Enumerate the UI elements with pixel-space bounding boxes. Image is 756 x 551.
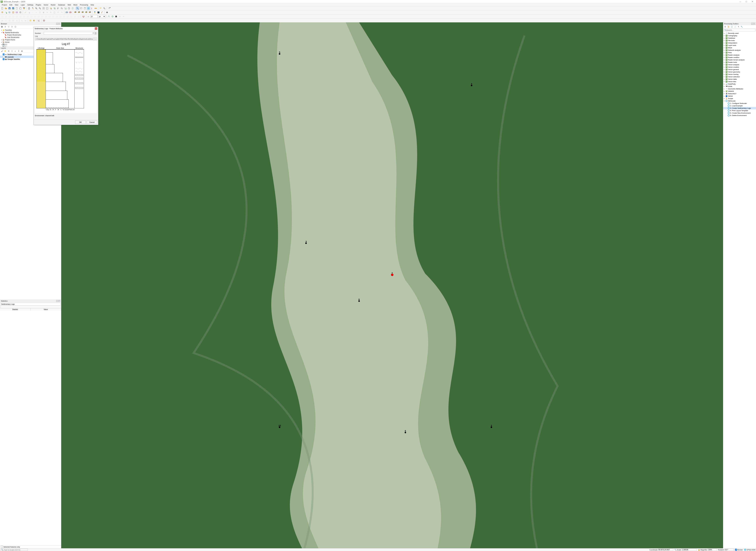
snapping-button[interactable] (82, 15, 85, 18)
menu-help[interactable]: Help (89, 4, 95, 6)
digitize-5-button[interactable]: ⬚ (15, 15, 18, 18)
expand-icon[interactable]: ▸ (724, 54, 725, 56)
toolbox-results-button[interactable]: 📄 (734, 25, 737, 28)
toolbox-group[interactable]: ▸🕸NetworkGT (723, 92, 756, 95)
style-manager-button[interactable] (22, 7, 26, 10)
window-close-button[interactable]: ✕ (749, 0, 755, 3)
menu-mesh[interactable]: Mesh (72, 4, 79, 6)
expand-icon[interactable]: ▸ (724, 90, 725, 92)
digitize-18-button[interactable]: ⬚ (62, 15, 66, 18)
save-edits-button[interactable] (27, 11, 31, 14)
toolbox-algorithm[interactable]: 2. Load Example (723, 104, 756, 107)
expand-icon[interactable]: ▸ (724, 81, 725, 82)
log-path-input[interactable] (35, 38, 93, 40)
layers-expression-button[interactable]: ε (14, 50, 17, 52)
networkgt-4-button[interactable]: ✕ (118, 15, 121, 18)
new-memory-layer-button[interactable] (19, 11, 22, 14)
label-tool-5-button[interactable]: abc (88, 11, 91, 14)
stats-layer-select[interactable]: Sedimentary Logs (0, 303, 61, 306)
node-tool-button[interactable]: ⬡ (38, 11, 42, 14)
expand-icon[interactable]: ▸ (724, 74, 725, 75)
dataplotly-button[interactable] (37, 19, 41, 22)
rot-input[interactable] (725, 549, 734, 551)
digitize-20-button[interactable]: ⬚ (69, 15, 73, 18)
locator-input[interactable]: 🔍 Type to locate (Ctrl+K) (1, 549, 28, 551)
tool-ann-1[interactable]: ↘ (20, 19, 23, 22)
menu-view[interactable]: View (13, 4, 19, 6)
browser-filter-button[interactable]: ▽ (7, 25, 10, 28)
stats-field-select[interactable] (0, 306, 61, 308)
field-calculator-button[interactable] (83, 7, 86, 10)
delete-feature-button[interactable]: 🗑 (42, 11, 45, 14)
digitize-14-button[interactable]: ⬚ (48, 15, 51, 18)
toolbox-group[interactable]: ▸Mesh (723, 47, 756, 49)
toolbox-group[interactable]: ▸Plots (723, 51, 756, 54)
annotation-button[interactable] (103, 7, 106, 10)
digitize-15-button[interactable]: ⬚ (51, 15, 55, 18)
browser-refresh-button[interactable]: ⟳ (4, 25, 7, 28)
compass-button[interactable] (42, 19, 46, 22)
ok-button[interactable]: OK (75, 120, 86, 124)
window-minimize-button[interactable]: — (737, 0, 743, 3)
digitize-6-button[interactable]: ⬚ (19, 15, 22, 18)
python-console-button[interactable] (93, 11, 96, 14)
temporal-button[interactable] (67, 7, 71, 10)
text-annotation-button[interactable]: T▾ (108, 7, 111, 10)
map-canvas[interactable]: 543791062 (61, 22, 723, 548)
toolbox-group[interactable]: ▸🗺GDAL (723, 85, 756, 88)
toolbox-group[interactable]: ▸Network analysis (723, 49, 756, 51)
expand-icon[interactable]: ▸ (724, 98, 725, 99)
digitize-13-button[interactable]: ⬚ (44, 15, 47, 18)
digitize-19-button[interactable]: ⬚ (66, 15, 69, 18)
layout-manager-button[interactable] (19, 7, 22, 10)
measure-button[interactable] (94, 7, 97, 10)
statistics-button[interactable]: Σ (90, 7, 94, 10)
expand-icon[interactable]: ▸ (724, 86, 725, 87)
digitize-1-button[interactable]: ⬚ (1, 15, 4, 18)
stats-undock-button[interactable]: ▭ (56, 300, 58, 302)
window-maximize-button[interactable]: ▢ (743, 0, 749, 3)
digitize-8-button[interactable]: ⬚ (26, 15, 29, 18)
expand-icon[interactable]: ▸ (724, 78, 725, 80)
toolbox-group[interactable]: ▸Vector tiles (723, 80, 756, 83)
digitize-17-button[interactable]: ⬚ (59, 15, 62, 18)
networkgt-2-button[interactable] (111, 15, 114, 18)
menu-plugins[interactable]: Plugins (34, 4, 42, 6)
expand-icon[interactable]: ▸ (724, 93, 725, 94)
toolbox-undock-button[interactable]: ▭ (751, 23, 753, 25)
label-tool-1-button[interactable]: abc (74, 11, 77, 14)
expand-icon[interactable]: ▸ (724, 83, 725, 85)
digitize-7-button[interactable]: ⬚ (22, 15, 26, 18)
expand-icon[interactable]: ▸ (724, 49, 725, 51)
browser-undock-button[interactable]: ▭ (56, 23, 58, 25)
menu-layer[interactable]: Layer (19, 4, 26, 6)
expand-icon[interactable]: ▸ (724, 40, 725, 41)
toolbox-algorithm[interactable]: 1. Configure Seducate (723, 102, 756, 104)
expand-icon[interactable]: ▸ (724, 71, 725, 73)
toolbox-group[interactable]: ▸🕘Recently used (723, 32, 756, 34)
digitize-12-button[interactable]: ⬚ (40, 15, 44, 18)
layers-filter-button[interactable]: ▽ (11, 50, 13, 52)
layer-visibility-checkbox[interactable] (3, 56, 5, 58)
new-map-view-button[interactable]: + (64, 7, 67, 10)
new-shapefile-button[interactable] (8, 11, 11, 14)
expand-icon[interactable]: ▸ (724, 69, 725, 70)
toolbox-group[interactable]: ▸Vector table (723, 78, 756, 80)
mag-input[interactable] (708, 549, 717, 551)
cut-feature-button[interactable]: ✂ (45, 11, 49, 14)
zoom-last-button[interactable] (56, 7, 60, 10)
new-project-button[interactable] (1, 7, 4, 10)
zoom-out-button[interactable] (38, 7, 42, 10)
plugin-manager-button[interactable] (105, 11, 109, 14)
layer-visibility-checkbox[interactable] (3, 53, 5, 55)
layers-style-button[interactable]: 🖌 (1, 50, 3, 52)
toolbox-history-button[interactable]: 🕘 (730, 25, 733, 28)
expand-icon[interactable]: ▸ (724, 95, 725, 97)
coord-input[interactable] (658, 549, 673, 551)
expand-icon[interactable]: ▸ (724, 45, 725, 46)
zoom-native-button[interactable]: 1:1 (42, 7, 45, 10)
add-feature-button[interactable]: ⬝ (31, 11, 34, 14)
select-5-button[interactable]: ◇ (15, 19, 18, 22)
expand-icon[interactable]: ▾ (1, 32, 2, 33)
menu-vector[interactable]: Vector (42, 4, 49, 6)
